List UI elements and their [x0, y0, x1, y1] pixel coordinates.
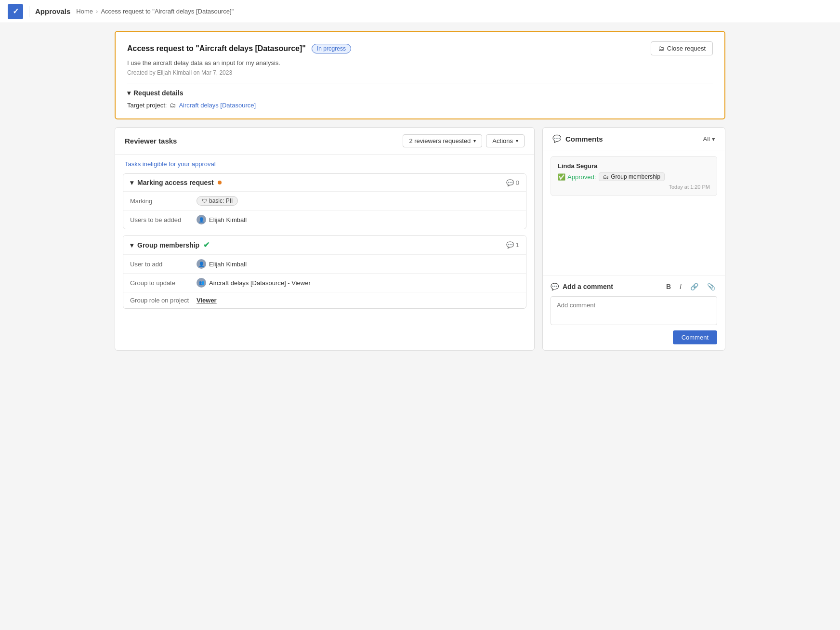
- close-request-icon: 🗂: [658, 45, 664, 52]
- user-avatar: 👤: [197, 259, 206, 269]
- group-count: 1: [516, 241, 519, 249]
- chevron-down-icon: ▾: [516, 138, 518, 144]
- reviewer-tasks-title: Reviewer tasks: [125, 137, 177, 145]
- group-membership-badge: 🗂 Group membership: [599, 172, 665, 181]
- comment-icon: 💬: [506, 179, 514, 186]
- group-role-name: Viewer: [197, 297, 217, 304]
- check-circle-icon: ✅: [558, 173, 565, 181]
- status-badge: In progress: [312, 44, 351, 53]
- comments-icon: 💬: [552, 134, 562, 143]
- approved-item: Group membership: [611, 173, 660, 180]
- link-button[interactable]: 🔗: [688, 282, 700, 291]
- add-comment-section: 💬 Add a comment B I 🔗 📎 Comment: [543, 276, 725, 350]
- comments-header: 💬 Comments All ▾: [543, 128, 725, 150]
- group-role-value: Viewer: [197, 297, 217, 304]
- italic-button[interactable]: I: [678, 282, 683, 291]
- group-to-update-name: Aircraft delays [Datasource] - Viewer: [209, 279, 311, 287]
- actions-button[interactable]: Actions ▾: [486, 134, 525, 147]
- main-content: Access request to "Aircraft delays [Data…: [107, 23, 733, 358]
- task-group-title: Group membership: [137, 241, 199, 249]
- request-description: I use the aircraft delay data as an inpu…: [127, 59, 713, 66]
- marking-tag-text: basic: PII: [209, 197, 233, 204]
- task-block-group-header[interactable]: ▾ Group membership ✔ 💬 1: [123, 236, 526, 254]
- comment-submit-button[interactable]: Comment: [673, 330, 717, 344]
- chevron-down-icon: ▾: [127, 89, 131, 97]
- users-to-add-label: Users to be added: [130, 216, 193, 223]
- comments-filter-label: All: [703, 135, 710, 143]
- task-marking-title: Marking access request: [137, 179, 214, 186]
- request-created: Created by Elijah Kimball on Mar 7, 2023: [127, 69, 713, 76]
- breadcrumb-separator: ›: [96, 8, 98, 15]
- add-comment-icon: 💬: [551, 283, 559, 290]
- topbar: ✓ Approvals Home › Access request to "Ai…: [0, 0, 840, 23]
- request-card: Access request to "Aircraft delays [Data…: [115, 31, 725, 119]
- approved-text: Approved:: [567, 173, 596, 181]
- task-block-group-membership: ▾ Group membership ✔ 💬 1 User to add 👤 E…: [123, 235, 526, 309]
- marking-tag: 🛡 basic: PII: [197, 196, 238, 206]
- task-block-marking-header[interactable]: ▾ Marking access request 💬 0: [123, 174, 526, 191]
- user-to-add-name: Elijah Kimball: [209, 261, 247, 268]
- task-block-group-title-row: ▾ Group membership ✔: [130, 240, 210, 249]
- target-project-link[interactable]: Aircraft delays [Datasource]: [179, 102, 256, 109]
- group-role-row: Group role on project Viewer: [123, 292, 526, 308]
- marking-label: Marking: [130, 197, 193, 205]
- bold-button[interactable]: B: [664, 282, 673, 291]
- comments-filter[interactable]: All ▾: [703, 135, 715, 143]
- request-title-row: Access request to "Aircraft delays [Data…: [127, 44, 351, 53]
- marking-value: 🛡 basic: PII: [197, 196, 238, 206]
- comment-input[interactable]: [551, 296, 717, 325]
- content-grid: Reviewer tasks 2 reviewers requested ▾ A…: [115, 127, 725, 351]
- breadcrumb: Home › Access request to "Aircraft delay…: [76, 8, 234, 15]
- breadcrumb-home[interactable]: Home: [76, 8, 93, 15]
- comments-title: 💬 Comments: [552, 134, 603, 143]
- request-card-header: Access request to "Aircraft delays [Data…: [127, 41, 713, 55]
- add-comment-header: 💬 Add a comment B I 🔗 📎: [551, 282, 717, 291]
- user-to-add-row: User to add 👤 Elijah Kimball: [123, 254, 526, 273]
- close-request-label: Close request: [667, 45, 706, 52]
- comment-timestamp: Today at 1:20 PM: [558, 184, 710, 190]
- request-details-label: Request details: [133, 89, 183, 97]
- user-to-add-label: User to add: [130, 261, 193, 268]
- reviewers-requested-button[interactable]: 2 reviewers requested ▾: [403, 134, 482, 147]
- comment-author: Linda Segura: [558, 162, 710, 170]
- ineligible-label: Tasks ineligible for your approval: [115, 155, 534, 173]
- group-to-update-value: 👥 Aircraft delays [Datasource] - Viewer: [197, 278, 311, 288]
- shield-icon: 🛡: [202, 198, 207, 204]
- close-request-button[interactable]: 🗂 Close request: [651, 41, 713, 55]
- users-to-add-name: Elijah Kimball: [209, 216, 247, 223]
- chevron-down-icon: ▾: [130, 179, 133, 186]
- reviewer-tasks-header: Reviewer tasks 2 reviewers requested ▾ A…: [115, 128, 534, 155]
- task-status-dot: [218, 181, 222, 184]
- app-title: Approvals: [35, 7, 70, 15]
- chevron-down-icon: ▾: [473, 138, 476, 144]
- target-project-label: Target project:: [127, 102, 167, 109]
- marking-comment-count: 💬 0: [506, 179, 519, 186]
- group-to-update-row: Group to update 👥 Aircraft delays [Datas…: [123, 273, 526, 292]
- group-to-update-label: Group to update: [130, 279, 193, 287]
- users-to-add-value: 👤 Elijah Kimball: [197, 215, 247, 224]
- attachment-button[interactable]: 📎: [705, 282, 717, 291]
- chevron-down-icon: ▾: [130, 241, 133, 249]
- comments-body: Linda Segura ✅ Approved: 🗂 Group members…: [543, 150, 725, 276]
- comments-panel: 💬 Comments All ▾ Linda Segura ✅ Approved…: [542, 127, 725, 351]
- chevron-down-icon: ▾: [712, 135, 715, 143]
- task-block-marking: ▾ Marking access request 💬 0 Marking 🛡: [123, 173, 526, 229]
- group-comment-count: 💬 1: [506, 241, 519, 249]
- comment-submit-row: Comment: [551, 330, 717, 344]
- comment-content: ✅ Approved: 🗂 Group membership: [558, 172, 710, 181]
- group-role-label: Group role on project: [130, 297, 193, 304]
- check-icon: ✔: [203, 240, 210, 249]
- comments-title-text: Comments: [565, 135, 603, 143]
- add-comment-label: Add a comment: [563, 283, 613, 290]
- group-icon: 🗂: [603, 173, 609, 180]
- comment-toolbar: B I 🔗 📎: [664, 282, 717, 291]
- group-avatar: 👥: [197, 278, 206, 288]
- task-block-marking-title-row: ▾ Marking access request: [130, 179, 222, 186]
- request-title: Access request to "Aircraft delays [Data…: [127, 44, 306, 53]
- comment-item: Linda Segura ✅ Approved: 🗂 Group members…: [551, 156, 717, 196]
- actions-label: Actions: [492, 137, 513, 144]
- users-to-add-row: Users to be added 👤 Elijah Kimball: [123, 210, 526, 229]
- app-logo[interactable]: ✓: [8, 4, 23, 19]
- breadcrumb-current: Access request to "Aircraft delays [Data…: [101, 8, 234, 15]
- request-details-toggle[interactable]: ▾ Request details: [127, 89, 713, 97]
